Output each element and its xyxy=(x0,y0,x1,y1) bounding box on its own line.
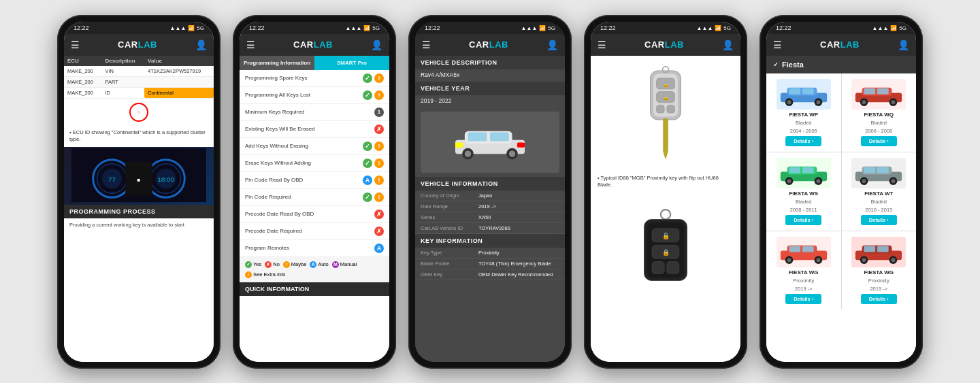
badge-purple-sm: M xyxy=(332,261,339,268)
row-icons: 1 xyxy=(374,107,384,117)
row-icons: ✓ ! xyxy=(363,73,384,83)
legend: ✓ Yes ✗ No ! Maybe A Auto xyxy=(240,257,389,282)
info-row-series: Series XA50 xyxy=(415,212,565,223)
hamburger-icon-2[interactable]: ☰ xyxy=(246,39,255,50)
svg-rect-45 xyxy=(789,88,800,94)
svg-text:■: ■ xyxy=(137,178,141,184)
prog-tab-smart[interactable]: SMART Pro xyxy=(314,56,389,70)
prog-row-add-without: Add Keys Without Erasing ✓ ! xyxy=(240,138,389,155)
battery-1: 5G xyxy=(197,25,204,31)
svg-rect-14 xyxy=(468,133,487,141)
svg-rect-64 xyxy=(802,167,814,173)
nav-bar-1: ☰ CARLAB 👤 xyxy=(64,34,214,56)
car-thumb-6 xyxy=(851,237,906,267)
row-icons: ✗ xyxy=(374,227,384,236)
details-btn-6[interactable]: Details › xyxy=(861,294,897,304)
details-btn-3[interactable]: Details › xyxy=(785,215,821,225)
user-icon-3[interactable]: 👤 xyxy=(546,39,558,50)
fiesta-grid: FIESTA WP Bladed 2004 - 2005 Details › xyxy=(766,73,916,310)
legend-extra: ! See Extra Info xyxy=(245,271,286,278)
row-icons: ✓ ! xyxy=(363,141,384,151)
svg-rect-81 xyxy=(789,246,800,252)
scene: 12:22 ▲▲▲ 📶 5G ☰ CARLAB 👤 ECU xyxy=(0,0,980,383)
details-btn-2[interactable]: Details › xyxy=(861,136,897,146)
row-label: Programming All Keys Lost xyxy=(245,92,363,98)
badge-blue: A xyxy=(374,244,384,253)
vehicle-info-block: Country of Origin Japan Date Range 2019 … xyxy=(415,190,565,234)
user-icon-4[interactable]: 👤 xyxy=(722,39,734,50)
badge-blue-sm: A xyxy=(310,261,316,268)
svg-rect-72 xyxy=(864,167,876,173)
user-icon-5[interactable]: 👤 xyxy=(898,39,909,50)
hamburger-icon-5[interactable]: ☰ xyxy=(773,39,782,50)
svg-point-33 xyxy=(661,210,670,219)
card-type-4: Bladed xyxy=(871,199,887,205)
cell: 4T1KZ3AK2PW527919 xyxy=(144,66,214,77)
badge-orange: ! xyxy=(374,176,384,185)
nav-bar-2: ☰ CARLAB 👤 xyxy=(240,34,389,56)
card-model-3: FIESTA WS xyxy=(789,190,818,197)
key-info-block: Key Type Proximity Blade Profile TOY48 (… xyxy=(415,248,565,280)
prog-row-pin-obd: Pin Code Read By OBD A ! xyxy=(240,172,389,189)
card-type-1: Bladed xyxy=(796,120,811,126)
row-icons: ✓ ! xyxy=(363,159,384,168)
svg-point-93 xyxy=(862,258,866,262)
badge-green: ✓ xyxy=(363,90,372,100)
phone-4: 12:22 ▲▲▲ 📶 5G ☰ CARLAB 👤 xyxy=(584,15,747,369)
time-5: 12:22 xyxy=(776,24,791,31)
svg-rect-54 xyxy=(864,88,876,94)
svg-point-19 xyxy=(509,151,515,157)
row-label: Minimum Keys Required xyxy=(245,109,374,115)
card-model-2: FIESTA WQ xyxy=(864,112,894,118)
fiesta-card-6[interactable]: FIESTA WG Proximity 2019 -> Details › xyxy=(842,231,917,310)
dashboard-image: 77 18:00 ■ xyxy=(64,147,214,205)
battery-4: 5G xyxy=(723,25,731,31)
prog-header: Programming Information SMART Pro xyxy=(240,56,389,70)
row-label: Erase Keys Without Adding xyxy=(245,160,363,166)
badge-num: 1 xyxy=(374,107,384,117)
hamburger-icon-3[interactable]: ☰ xyxy=(422,39,431,50)
fiesta-card-4[interactable]: FIESTA WT Bladed 2010 - 2013 Details › xyxy=(842,152,917,231)
fiesta-card-1[interactable]: FIESTA WP Bladed 2004 - 2005 Details › xyxy=(766,73,841,152)
card-years-6: 2019 -> xyxy=(870,286,887,292)
svg-rect-30 xyxy=(663,118,668,152)
prox-key-svg: 🔓 🔒 xyxy=(635,206,696,288)
col-ecu: ECU xyxy=(64,56,102,66)
svg-text:🔒: 🔒 xyxy=(662,248,670,256)
svg-rect-27 xyxy=(667,105,675,113)
badge-orange-sm: ! xyxy=(283,261,290,268)
rav4-svg xyxy=(446,120,534,164)
status-bar-2: 12:22 ▲▲▲ 📶 5G xyxy=(240,22,389,34)
details-btn-1[interactable]: Details › xyxy=(785,136,821,146)
logo-text-5: CARLAB xyxy=(820,39,860,50)
prog-tab-info[interactable]: Programming Information xyxy=(240,56,314,70)
row-icons: ✓ ! xyxy=(363,90,384,100)
card-type-5: Proximity xyxy=(793,278,814,284)
svg-rect-15 xyxy=(490,133,509,141)
info-row-country: Country of Origin Japan xyxy=(415,190,565,201)
fiesta-card-3[interactable]: FIESTA WS Bladed 2008 - 2011 Details › xyxy=(766,152,841,231)
fiesta-card-2[interactable]: FIESTA WQ Bladed 2006 - 2008 Details › xyxy=(842,73,917,152)
row-icons: A ! xyxy=(363,176,384,185)
svg-point-77 xyxy=(892,179,896,183)
hamburger-icon-1[interactable]: ☰ xyxy=(71,39,80,50)
wifi-4: 📶 xyxy=(715,25,721,31)
fiesta-card-5[interactable]: FIESTA WG Proximity 2019 -> Details › xyxy=(766,231,841,310)
car-thumb-1 xyxy=(777,79,831,110)
badge-orange: ! xyxy=(374,159,384,168)
svg-text:🔓: 🔓 xyxy=(663,81,669,87)
logo-text-3: CARLAB xyxy=(469,39,508,50)
details-btn-4[interactable]: Details › xyxy=(861,215,897,225)
user-icon-1[interactable]: 👤 xyxy=(195,39,207,50)
svg-text:18:00: 18:00 xyxy=(157,176,174,184)
svg-rect-26 xyxy=(657,105,665,113)
details-btn-5[interactable]: Details › xyxy=(785,294,821,304)
car-thumb-4 xyxy=(851,158,906,188)
ecu-table: ECU Description Value MAKE_200 VIN 4T1KZ… xyxy=(64,56,214,99)
row-icons: ✓ ! xyxy=(363,193,384,202)
svg-rect-91 xyxy=(877,246,889,252)
user-icon-2[interactable]: 👤 xyxy=(371,39,382,50)
section-title-prog: PROGRAMMING PROCESS xyxy=(64,205,214,218)
hamburger-icon-4[interactable]: ☰ xyxy=(598,39,606,50)
svg-rect-90 xyxy=(864,246,876,252)
